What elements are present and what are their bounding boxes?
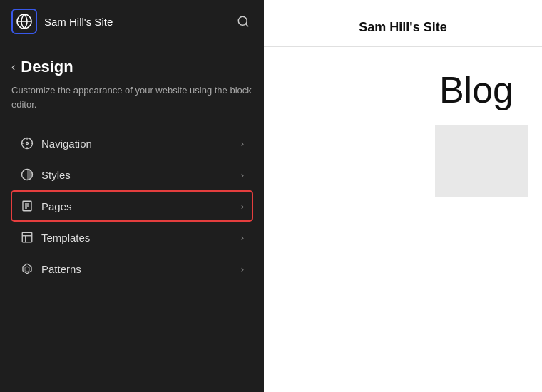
nav-item-label-styles: Styles: [41, 169, 71, 181]
nav-item-left-patterns: Patterns: [20, 262, 81, 276]
sidebar-item-templates[interactable]: Templates ›: [11, 222, 252, 252]
nav-item-label-pages: Pages: [41, 200, 72, 212]
chevron-right-icon: ›: [241, 201, 244, 212]
sidebar-item-navigation[interactable]: Navigation ›: [11, 128, 252, 158]
pages-icon: [20, 199, 34, 213]
preview-image-placeholder: [435, 125, 528, 197]
svg-rect-14: [22, 232, 32, 242]
preview-frame: Sam Hill's Site Blog: [264, 0, 542, 392]
search-icon: [237, 15, 250, 28]
nav-item-label-templates: Templates: [41, 232, 90, 244]
sidebar-header: Sam Hill's Site: [0, 0, 264, 43]
chevron-right-icon: ›: [241, 138, 244, 149]
nav-item-label-patterns: Patterns: [41, 263, 81, 275]
preview-blog-section: Blog: [264, 47, 542, 211]
svg-point-4: [26, 143, 29, 145]
sidebar-item-pages[interactable]: Pages ›: [11, 191, 252, 221]
section-description: Customize the appearance of your website…: [11, 83, 252, 111]
nav-list: Navigation › Styles ›: [11, 128, 252, 284]
chevron-right-icon: ›: [241, 170, 244, 180]
nav-item-label-navigation: Navigation: [41, 138, 92, 150]
svg-line-2: [245, 24, 247, 26]
patterns-icon: [20, 262, 34, 276]
section-title: Design: [21, 58, 73, 76]
back-button[interactable]: ‹ Design: [11, 58, 252, 76]
sidebar-item-styles[interactable]: Styles ›: [11, 160, 252, 190]
styles-icon: [20, 167, 34, 182]
search-button[interactable]: [234, 12, 252, 31]
nav-item-left-pages: Pages: [20, 199, 72, 213]
preview-area: Sam Hill's Site Blog: [264, 0, 542, 392]
wordpress-logo[interactable]: [11, 9, 37, 34]
chevron-right-icon: ›: [241, 232, 244, 243]
sidebar: Sam Hill's Site ‹ Design Customize the a…: [0, 0, 264, 392]
preview-site-title: Sam Hill's Site: [264, 0, 542, 47]
sidebar-header-left: Sam Hill's Site: [11, 9, 113, 34]
chevron-right-icon: ›: [241, 264, 244, 274]
site-name: Sam Hill's Site: [44, 16, 113, 28]
preview-blog-heading: Blog: [278, 68, 528, 111]
nav-item-left-templates: Templates: [20, 230, 90, 244]
back-arrow-icon: ‹: [11, 61, 15, 73]
svg-marker-18: [25, 267, 29, 272]
templates-icon: [20, 230, 34, 244]
nav-item-left-styles: Styles: [20, 167, 71, 182]
nav-item-left-navigation: Navigation: [20, 136, 92, 150]
sidebar-content: ‹ Design Customize the appearance of you…: [0, 43, 264, 392]
navigation-icon: [20, 136, 34, 150]
sidebar-item-patterns[interactable]: Patterns ›: [11, 254, 252, 284]
